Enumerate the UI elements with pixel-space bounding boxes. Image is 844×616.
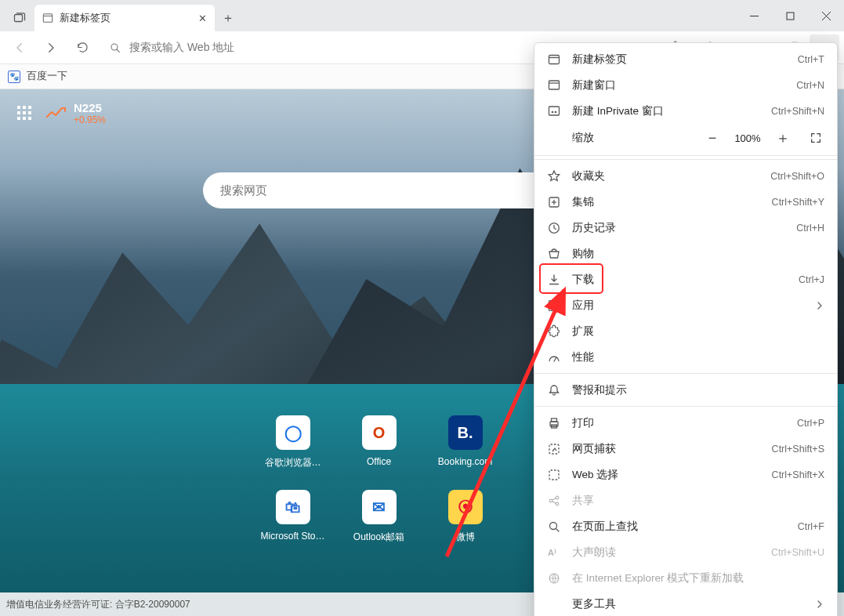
menu-item-label: 共享 <box>572 494 594 508</box>
menu-item-label: 性能 <box>572 350 594 364</box>
history-icon <box>547 221 561 235</box>
favorite-link[interactable]: 百度一下 <box>27 70 67 83</box>
menu-shortcut: Ctrl+T <box>798 54 824 65</box>
download-icon <box>547 273 561 287</box>
menu-item-capture[interactable]: 网页捕获Ctrl+Shift+S <box>534 436 837 462</box>
tile-icon: ⦿ <box>448 490 483 524</box>
menu-item-label: 历史记录 <box>572 221 616 235</box>
perf-icon <box>547 350 561 364</box>
tab-close-button[interactable]: ✕ <box>198 13 207 24</box>
menu-item-extension[interactable]: 扩展 <box>534 318 837 344</box>
menu-item-bell[interactable]: 警报和提示 <box>534 377 837 403</box>
svg-point-44 <box>556 496 559 499</box>
menu-separator <box>534 406 837 407</box>
maximize-button[interactable] <box>772 0 808 31</box>
tab-page-icon <box>42 13 53 24</box>
svg-line-49 <box>556 528 560 531</box>
quick-link-tile[interactable]: 🛍 Microsoft Sto… <box>258 490 328 544</box>
svg-point-45 <box>556 502 559 505</box>
menu-shortcut: Ctrl+Shift+U <box>771 547 824 558</box>
svg-rect-36 <box>556 306 560 310</box>
menu-shortcut: Ctrl+Shift+O <box>770 171 824 182</box>
menu-zoom-row: 缩放 − 100% ＋ <box>534 124 837 152</box>
quick-link-tile[interactable]: ◯ 谷歌浏览器… <box>258 415 328 469</box>
browser-tab[interactable]: 新建标签页 ✕ <box>34 5 215 31</box>
menu-item-shopping[interactable]: 购物 <box>534 241 837 266</box>
bell-icon <box>547 383 561 397</box>
menu-item-select[interactable]: Web 选择Ctrl+Shift+X <box>534 462 837 487</box>
share-icon <box>547 494 561 508</box>
menu-item-print[interactable]: 打印Ctrl+P <box>534 410 837 436</box>
menu-item-share: 共享 <box>534 487 837 513</box>
menu-item-apps[interactable]: 应用 <box>534 292 837 318</box>
menu-item-label: 打印 <box>572 416 594 430</box>
tile-label: 谷歌浏览器… <box>265 456 321 469</box>
svg-rect-39 <box>552 419 557 422</box>
menu-item-label: 下载 <box>572 273 594 287</box>
tab-actions-button[interactable] <box>5 5 34 31</box>
tile-label: Microsoft Sto… <box>260 531 324 542</box>
svg-text:A⁾: A⁾ <box>548 548 556 557</box>
svg-point-43 <box>549 499 552 502</box>
menu-item-inprivate[interactable]: 新建 InPrivate 窗口Ctrl+Shift+N <box>534 98 837 124</box>
menu-separator <box>534 155 837 156</box>
svg-line-47 <box>552 502 556 503</box>
svg-rect-0 <box>15 15 23 22</box>
footer-license: 增值电信业务经营许可证: 合字B2-20090007 <box>6 598 190 611</box>
menu-item-perf[interactable]: 性能 <box>534 344 837 370</box>
tile-label: Office <box>367 456 391 467</box>
zoom-in-button[interactable]: ＋ <box>770 127 796 149</box>
zoom-out-button[interactable]: − <box>699 127 726 149</box>
zoom-value: 100% <box>729 132 766 144</box>
svg-rect-23 <box>549 81 560 89</box>
menu-item-collect[interactable]: 集锦Ctrl+Shift+Y <box>534 189 837 215</box>
menu-item-window[interactable]: 新建窗口Ctrl+N <box>534 72 837 98</box>
menu-item-label: Web 选择 <box>572 468 618 482</box>
menu-item-tab[interactable]: 新建标签页Ctrl+T <box>534 46 837 72</box>
svg-point-27 <box>555 111 557 113</box>
menu-item-label: 新建窗口 <box>572 78 616 92</box>
menu-item-label: 集锦 <box>572 195 594 209</box>
svg-line-37 <box>554 357 556 361</box>
menu-item-label: 应用 <box>572 299 594 313</box>
close-window-button[interactable] <box>808 0 844 31</box>
menu-item-label: 新建 InPrivate 窗口 <box>572 104 664 118</box>
shopping-icon <box>547 247 561 261</box>
tile-icon: ✉ <box>362 490 397 524</box>
page-search-placeholder: 搜索网页 <box>220 183 267 198</box>
chevron-right-icon <box>815 301 824 310</box>
more-menu: 新建标签页Ctrl+T新建窗口Ctrl+N新建 InPrivate 窗口Ctrl… <box>534 42 838 616</box>
window-icon <box>547 78 561 92</box>
minimize-button[interactable] <box>736 0 772 31</box>
menu-item-download[interactable]: 下载Ctrl+J <box>534 266 837 292</box>
menu-item-label: 新建标签页 <box>572 53 627 67</box>
collect-icon <box>547 195 561 209</box>
new-tab-button[interactable]: ＋ <box>215 5 241 31</box>
menu-shortcut: Ctrl+Shift+S <box>772 444 824 455</box>
apps-grid-button[interactable] <box>17 106 31 120</box>
forward-button[interactable] <box>36 34 66 61</box>
ie-icon <box>547 571 561 585</box>
quick-link-tile[interactable]: B. Booking.com <box>430 415 501 469</box>
back-button[interactable] <box>5 34 34 61</box>
refresh-button[interactable] <box>67 34 97 61</box>
menu-shortcut: Ctrl+P <box>797 418 824 429</box>
menu-item-more[interactable]: 更多工具 <box>534 591 837 616</box>
menu-item-find[interactable]: 在页面上查找Ctrl+F <box>534 513 837 539</box>
quick-link-tile[interactable]: ✉ Outlook邮箱 <box>344 490 415 544</box>
menu-item-history[interactable]: 历史记录Ctrl+H <box>534 215 837 241</box>
tile-label: 微博 <box>456 531 475 544</box>
extension-icon <box>547 324 561 339</box>
stock-ticker[interactable]: N225 +0.95% <box>45 101 106 125</box>
quick-link-tile[interactable]: O Office <box>344 415 415 469</box>
menu-item-label: 警报和提示 <box>572 383 627 397</box>
menu-item-label: 更多工具 <box>572 597 616 611</box>
address-placeholder: 搜索或输入 Web 地址 <box>129 41 234 55</box>
zoom-label: 缩放 <box>572 131 594 145</box>
menu-shortcut: Ctrl+Shift+Y <box>772 197 824 208</box>
ticker-change: +0.95% <box>74 114 106 125</box>
quick-link-tile[interactable]: ⦿ 微博 <box>430 490 501 544</box>
menu-item-star[interactable]: 收藏夹Ctrl+Shift+O <box>534 163 837 189</box>
fullscreen-button[interactable] <box>802 127 829 149</box>
svg-line-46 <box>552 498 556 499</box>
